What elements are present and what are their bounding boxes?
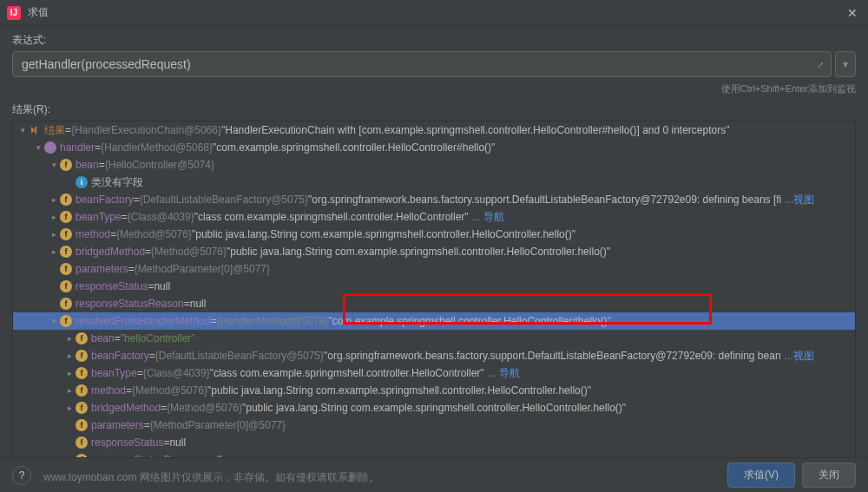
- tree-row[interactable]: ▾fresolvedFromHandlerMethod = {HandlerMe…: [13, 312, 855, 330]
- tree-toggle-icon[interactable]: ▸: [48, 195, 60, 204]
- close-button[interactable]: 关闭: [802, 462, 856, 488]
- field-value: null: [154, 280, 170, 292]
- field-name: beanFactory: [91, 350, 149, 362]
- tree-toggle-icon[interactable]: ▸: [63, 403, 76, 412]
- object-ref: {Method@5076}: [116, 228, 192, 240]
- field-name: beanType: [76, 211, 122, 223]
- field-icon: f: [60, 159, 72, 171]
- tree-row[interactable]: ▸fparameters = {MethodParameter[0]@5077}: [13, 417, 855, 434]
- tree-row[interactable]: ▸fresponseStatusReason = null: [13, 295, 855, 312]
- field-value: "public java.lang.String com.example.spr…: [192, 228, 575, 240]
- tree-toggle-icon[interactable]: ▸: [48, 247, 60, 256]
- field-name: responseStatus: [91, 436, 163, 449]
- tree-toggle-icon[interactable]: ▸: [48, 230, 60, 239]
- close-icon[interactable]: ✕: [844, 6, 861, 20]
- evaluate-button[interactable]: 求值(V): [727, 462, 795, 488]
- help-button[interactable]: ?: [12, 466, 31, 485]
- field-icon: f: [60, 298, 72, 310]
- tree-toggle-icon[interactable]: ▾: [48, 317, 60, 325]
- field-name: responseStatusReason: [76, 298, 184, 310]
- tree-toggle-icon[interactable]: ▸: [63, 351, 76, 360]
- tree-toggle-icon[interactable]: ▾: [32, 143, 44, 152]
- field-name: parameters: [76, 263, 128, 275]
- object-ref: {Method@5076}: [167, 402, 242, 414]
- tree-row[interactable]: ▸fbridgedMethod = {Method@5076} "public …: [13, 243, 855, 260]
- field-value: "public java.lang.String com.example.spr…: [242, 402, 626, 414]
- svg-rect-0: [35, 127, 36, 134]
- object-ref: {Method@5076}: [151, 246, 227, 258]
- tree-row[interactable]: ▸fmethod = {Method@5076} "public java.la…: [13, 226, 855, 243]
- field-value: "org.springframework.beans.factory.suppo…: [324, 350, 781, 362]
- tree-row[interactable]: ▸fbeanType = {Class@4039} "class com.exa…: [13, 364, 855, 382]
- result-icon: [29, 124, 41, 136]
- object-ref: {HelloController@5074}: [105, 159, 214, 171]
- tree-row[interactable]: ▸fbean = "helloController": [13, 330, 855, 347]
- field-name: beanFactory: [76, 194, 134, 206]
- tree-row[interactable]: ▾fbean = {HelloController@5074}: [13, 156, 855, 174]
- dialog-title: 求值: [28, 5, 844, 20]
- field-name: parameters: [91, 419, 144, 431]
- result-tree[interactable]: ▾结果 = {HandlerExecutionChain@5066} "Hand…: [12, 121, 856, 472]
- field-name: beanType: [91, 367, 137, 379]
- field-name: responseStatus: [76, 280, 148, 292]
- field-value: null: [190, 298, 207, 310]
- object-ref: {Class@4039}: [143, 367, 210, 379]
- tree-row[interactable]: ▸fbeanFactory = {DefaultListableBeanFact…: [13, 191, 855, 208]
- field-name: handler: [60, 141, 95, 154]
- field-value: "class com.example.springmshell.controll…: [210, 367, 484, 379]
- hint-text: 使用Ctrl+Shift+Enter添加到监视: [0, 81, 868, 101]
- expression-label: 表达式:: [0, 26, 868, 51]
- field-icon: f: [60, 315, 72, 327]
- view-link[interactable]: ... 导航: [488, 366, 520, 381]
- view-link[interactable]: ... 导航: [472, 210, 504, 225]
- tree-toggle-icon[interactable]: ▾: [48, 161, 60, 169]
- object-ref: {Method@5076}: [132, 384, 207, 397]
- view-link[interactable]: ...视图: [785, 193, 814, 207]
- tree-row[interactable]: ▸fbeanType = {Class@4039} "class com.exa…: [13, 208, 855, 226]
- field-value: "public java.lang.String com.example.spr…: [227, 246, 610, 258]
- result-label: 结果(R):: [0, 101, 868, 121]
- field-value: "org.springframework.beans.factory.suppo…: [308, 194, 781, 206]
- field-icon: f: [60, 211, 72, 223]
- titlebar: IJ 求值 ✕: [0, 0, 868, 26]
- tree-row[interactable]: ▸fbeanFactory = {DefaultListableBeanFact…: [13, 347, 855, 364]
- field-value: "public java.lang.String com.example.spr…: [207, 384, 591, 397]
- expression-text: getHandler(processedRequest): [22, 57, 191, 71]
- field-value: "com.example.springmshell.controller.Hel…: [328, 315, 610, 327]
- tree-row[interactable]: ▾handler = {HandlerMethod@5068} "com.exa…: [13, 139, 855, 156]
- object-ref: {HandlerExecutionChain@5066}: [71, 124, 221, 136]
- tree-row[interactable]: ▸fmethod = {Method@5076} "public java.la…: [13, 382, 855, 399]
- tree-row[interactable]: ▸fparameters = {MethodParameter[0]@5077}: [13, 260, 855, 278]
- field-icon: f: [76, 419, 88, 431]
- tree-toggle-icon[interactable]: ▸: [63, 334, 76, 343]
- field-name: bridgedMethod: [91, 402, 161, 414]
- expression-input[interactable]: getHandler(processedRequest) ⤢: [12, 51, 832, 77]
- field-name: method: [91, 384, 126, 397]
- tree-row[interactable]: ▸i类没有字段: [13, 174, 855, 191]
- view-link[interactable]: ...视图: [785, 349, 814, 364]
- tree-row[interactable]: ▸fresponseStatus = null: [13, 434, 855, 451]
- info-icon: i: [76, 176, 88, 188]
- object-ref: {DefaultListableBeanFactory@5075}: [155, 350, 324, 362]
- field-name: method: [76, 228, 110, 240]
- tree-toggle-icon[interactable]: ▸: [63, 386, 76, 395]
- field-value: null: [169, 436, 186, 449]
- tree-row[interactable]: ▸fresponseStatus = null: [13, 278, 855, 295]
- tree-row[interactable]: ▸fbridgedMethod = {Method@5076} "public …: [13, 399, 855, 417]
- object-icon: [44, 141, 56, 154]
- tree-toggle-icon[interactable]: ▾: [16, 126, 29, 134]
- field-name: bean: [91, 332, 115, 344]
- tree-row[interactable]: ▾结果 = {HandlerExecutionChain@5066} "Hand…: [13, 121, 855, 139]
- expand-icon[interactable]: ⤢: [817, 60, 824, 69]
- tree-toggle-icon[interactable]: ▸: [63, 369, 76, 377]
- field-value: "class com.example.springmshell.controll…: [194, 211, 469, 223]
- field-value: "HandlerExecutionChain with [com.example…: [221, 124, 729, 136]
- object-ref: {DefaultListableBeanFactory@5075}: [140, 194, 308, 206]
- field-icon: f: [76, 332, 88, 344]
- field-icon: f: [76, 384, 88, 397]
- field-value: "helloController": [121, 332, 195, 344]
- history-dropdown[interactable]: ▾: [835, 51, 856, 77]
- tree-toggle-icon[interactable]: ▸: [48, 213, 60, 221]
- object-ref: {HandlerMethod@5068}: [101, 141, 213, 154]
- field-name: resolvedFromHandlerMethod: [76, 315, 210, 327]
